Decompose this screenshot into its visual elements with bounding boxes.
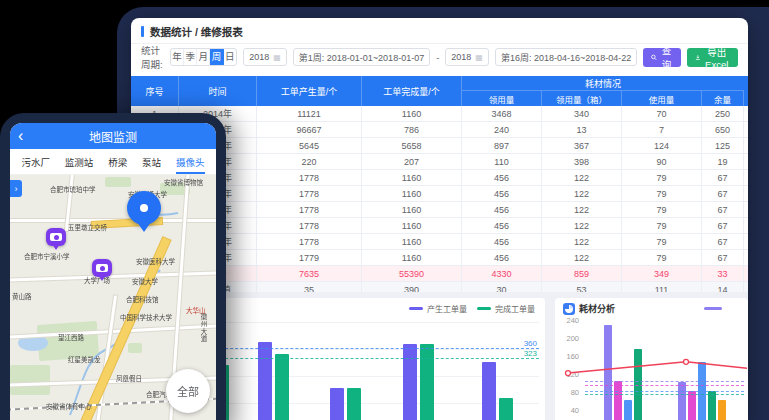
table-cell: 220 <box>257 154 362 169</box>
period-option[interactable]: 周 <box>210 49 223 65</box>
table-subcolumn-header: 领用量 <box>462 91 542 106</box>
table-column-header: 工单完成量/个 <box>362 76 462 106</box>
week-end-input[interactable]: 第16周: 2018-04-16~2018-04-22 <box>495 48 637 66</box>
reference-line <box>585 385 744 386</box>
phone-tab-泵站[interactable]: 泵站 <box>142 150 161 174</box>
download-icon <box>695 53 701 62</box>
table-cell: 456 <box>462 170 542 185</box>
table-cell: 1778 <box>257 218 362 233</box>
map-place-label: 安徽医科大学 <box>136 256 175 266</box>
chart-bar <box>718 400 726 420</box>
period-option[interactable]: 季 <box>184 49 197 65</box>
table-cell: 1778 <box>257 186 362 201</box>
table-cell: 19 <box>702 154 744 169</box>
map-place-label: 望江西路 <box>58 332 84 342</box>
table-cell: 67 <box>702 170 744 185</box>
phone-screen: ‹ 地图监测 污水厂监测站桥梁泵站摄像头 <box>10 123 216 420</box>
table-cell: 398 <box>542 154 622 169</box>
chart-bar <box>614 381 622 420</box>
table-cell: 240 <box>462 122 542 137</box>
expand-panel-button[interactable]: › <box>10 180 22 197</box>
map-place-label: 中国科学技术大学 <box>120 312 172 322</box>
phone-tab-摄像头[interactable]: 摄像头 <box>176 150 205 174</box>
table-cell: 456 <box>462 218 542 233</box>
phone-header: ‹ 地图监测 <box>10 123 216 149</box>
year-start-value: 2018 <box>249 52 269 62</box>
table-cell: 11121 <box>257 106 362 121</box>
range-separator: - <box>436 52 439 63</box>
table-cell: 340 <box>542 106 622 121</box>
reference-line <box>585 394 744 395</box>
table-cell: 67 <box>702 186 744 201</box>
export-excel-button[interactable]: 导出Excel <box>687 48 738 67</box>
table-column-header: 序号 <box>131 76 179 106</box>
phone-tab-桥梁[interactable]: 桥梁 <box>108 150 127 174</box>
search-button[interactable]: 查询 <box>643 48 681 67</box>
period-option[interactable]: 月 <box>197 49 210 65</box>
y-axis-tick: 160 <box>559 352 579 361</box>
table-cell: 125 <box>702 138 744 153</box>
breadcrumb-text: 数据统计 / 维修报表 <box>150 24 243 39</box>
table-cell: 1778 <box>257 202 362 217</box>
week-start-input[interactable]: 第1周: 2018-01-01~2018-01-07 <box>293 48 430 66</box>
table-cell: 79 <box>622 202 702 217</box>
year-end-value: 2018 <box>451 52 471 62</box>
selected-location-pin[interactable] <box>127 191 161 225</box>
table-cell: 207 <box>362 154 462 169</box>
table-subcolumn-header: 领用量（箱） <box>542 91 622 106</box>
back-icon[interactable]: ‹ <box>18 124 23 148</box>
period-option[interactable]: 日 <box>224 49 237 65</box>
reference-line <box>585 381 744 382</box>
search-icon <box>651 53 657 62</box>
chart-bar <box>708 391 716 420</box>
chart-bar <box>330 388 344 420</box>
chart-bar <box>482 362 496 420</box>
week-start-value: 第1周: 2018-01-01~2018-01-07 <box>299 51 424 64</box>
phone-tab-污水厂[interactable]: 污水厂 <box>21 150 50 174</box>
chart-bar <box>604 325 612 420</box>
table-cell: 1779 <box>257 250 362 265</box>
table-cell: 456 <box>462 202 542 217</box>
year-end-select[interactable]: 2018 ▦ <box>445 48 489 66</box>
table-cell: 67 <box>702 234 744 249</box>
table-cell: 90 <box>622 154 702 169</box>
week-end-value: 第16周: 2018-04-16~2018-04-22 <box>501 51 631 64</box>
show-all-button[interactable]: 全部 <box>166 369 210 413</box>
table-cell: 1160 <box>362 170 462 185</box>
chart-bar <box>275 354 289 420</box>
calendar-icon: ▦ <box>273 53 281 62</box>
table-cell: 79 <box>622 234 702 249</box>
chart-bar <box>258 342 272 420</box>
table-cell: 122 <box>542 234 622 249</box>
table-cell: 1778 <box>257 170 362 185</box>
period-option[interactable]: 年 <box>171 49 184 65</box>
search-button-label: 查询 <box>660 43 673 71</box>
filter-label: 统计周期: <box>141 43 164 71</box>
map-view[interactable]: 合肥市琥珀中学安徽交通大学安徽省博物馆五里墩立交桥合肥市宁溪小学安徽医科大学大学… <box>10 175 216 420</box>
table-cell: 1160 <box>362 202 462 217</box>
table-cell: 79 <box>622 170 702 185</box>
map-place-label: 合肥市宁溪小学 <box>24 251 70 261</box>
y-axis-tick: 40 <box>559 406 579 415</box>
table-cell: 1160 <box>362 250 462 265</box>
table-column-header: 时间 <box>179 76 257 106</box>
chart-bar <box>678 382 686 420</box>
table-cell: 5645 <box>257 138 362 153</box>
camera-icon <box>96 264 108 272</box>
table-subcolumn-header: 余量 <box>702 91 744 106</box>
consumables-chart-plot: 2402001601208040 <box>555 298 748 420</box>
screenshot-stage: 数据统计 / 维修报表 统计周期: 年季月周日 2018 ▦ 第1周: 2018… <box>0 0 769 420</box>
map-place-label: 合肥科技馆 <box>126 294 159 304</box>
table-cell: 122 <box>542 250 622 265</box>
camera-marker[interactable] <box>92 259 112 277</box>
table-cell: 67 <box>702 218 744 233</box>
camera-marker[interactable] <box>46 228 66 246</box>
table-cell: 79 <box>622 186 702 201</box>
phone-tab-监测站[interactable]: 监测站 <box>65 150 94 174</box>
chart-bar <box>499 398 513 420</box>
year-start-select[interactable]: 2018 ▦ <box>243 48 287 66</box>
map-place-label: 徽州大道 <box>198 313 208 343</box>
table-cell: 110 <box>462 154 542 169</box>
breadcrumb: 数据统计 / 维修报表 <box>131 22 748 40</box>
y-axis-tick: 240 <box>559 316 579 325</box>
